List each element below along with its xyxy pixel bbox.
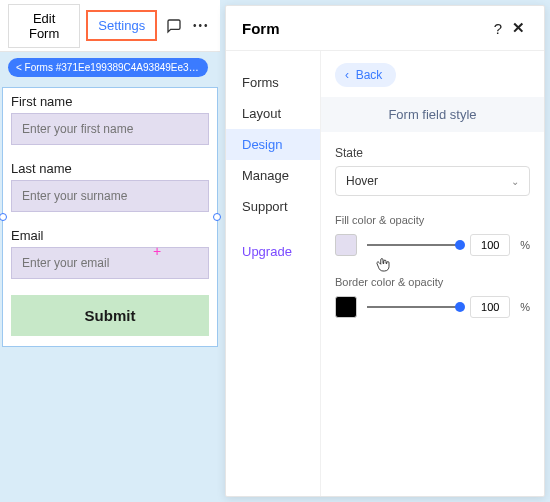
element-id-chip[interactable]: < Forms #371Ee199389C4A93849Ee35B8A15B7C… xyxy=(8,58,208,77)
last-name-label: Last name xyxy=(11,161,209,176)
border-opacity-value[interactable]: 100 xyxy=(470,296,510,318)
percent-sign: % xyxy=(520,301,530,313)
submit-button[interactable]: Submit xyxy=(11,295,209,336)
settings-panel: Form ? ✕ Forms Layout Design Manage Supp… xyxy=(225,5,545,497)
border-slider-thumb[interactable] xyxy=(455,302,465,312)
percent-sign: % xyxy=(520,239,530,251)
border-opacity-slider[interactable] xyxy=(367,306,460,308)
comment-icon[interactable] xyxy=(163,14,184,38)
panel-title: Form xyxy=(242,20,488,37)
nav-layout[interactable]: Layout xyxy=(226,98,320,129)
back-button[interactable]: ‹ Back xyxy=(335,63,396,87)
settings-button[interactable]: Settings xyxy=(86,10,157,41)
state-select[interactable]: Hover ⌄ xyxy=(335,166,530,196)
nav-support[interactable]: Support xyxy=(226,191,320,222)
fill-opacity-slider[interactable] xyxy=(367,244,460,246)
last-name-input[interactable] xyxy=(11,180,209,212)
state-label: State xyxy=(335,146,530,160)
border-color-swatch[interactable] xyxy=(335,296,357,318)
border-opacity-label: Border color & opacity xyxy=(335,276,530,288)
fill-opacity-label: Fill color & opacity xyxy=(335,214,530,226)
more-icon[interactable] xyxy=(191,14,212,38)
close-icon[interactable]: ✕ xyxy=(508,18,528,38)
settings-side-nav: Forms Layout Design Manage Support Upgra… xyxy=(226,51,321,496)
state-value: Hover xyxy=(346,174,378,188)
editor-toolbar: Edit Form Settings xyxy=(0,0,220,52)
email-label: Email xyxy=(11,228,209,243)
first-name-input[interactable] xyxy=(11,113,209,145)
nav-forms[interactable]: Forms xyxy=(226,67,320,98)
help-icon[interactable]: ? xyxy=(488,18,508,38)
email-input[interactable] xyxy=(11,247,209,279)
fill-color-swatch[interactable] xyxy=(335,234,357,256)
edit-form-button[interactable]: Edit Form xyxy=(8,4,80,48)
form-canvas[interactable]: First name Last name + Email Submit xyxy=(2,87,218,347)
nav-manage[interactable]: Manage xyxy=(226,160,320,191)
fill-slider-thumb[interactable] xyxy=(455,240,465,250)
section-title: Form field style xyxy=(321,97,544,132)
nav-upgrade[interactable]: Upgrade xyxy=(226,236,320,267)
chevron-down-icon: ⌄ xyxy=(511,176,519,187)
first-name-label: First name xyxy=(11,94,209,109)
nav-design[interactable]: Design xyxy=(226,129,320,160)
fill-opacity-value[interactable]: 100 xyxy=(470,234,510,256)
